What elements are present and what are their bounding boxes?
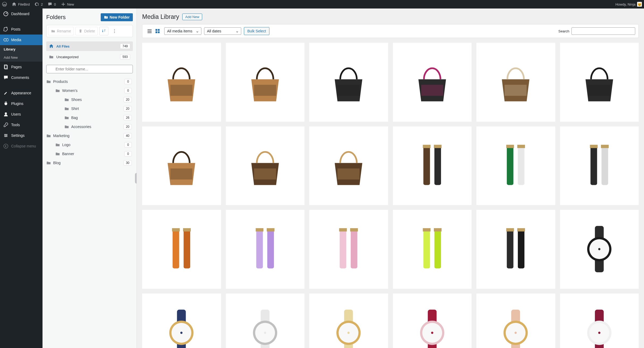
folder-count: 30	[124, 160, 132, 165]
svg-rect-53	[423, 228, 430, 231]
media-tile[interactable]	[393, 126, 472, 205]
media-tile[interactable]	[226, 126, 305, 205]
menu-pages[interactable]: Pages	[0, 62, 43, 72]
media-tile[interactable]	[393, 294, 472, 348]
folder-row[interactable]: Banner0	[46, 149, 133, 158]
folder-label: Bag	[71, 116, 78, 120]
folder-row[interactable]: Blog30	[46, 158, 133, 167]
filter-date-select[interactable]: All dates	[204, 27, 241, 35]
svg-rect-30	[434, 145, 442, 148]
folder-row[interactable]: Logo0	[46, 140, 133, 149]
media-tile[interactable]	[226, 210, 305, 289]
media-tile[interactable]	[560, 294, 639, 348]
submenu-add-new[interactable]: Add New	[0, 53, 43, 62]
menu-media[interactable]: Media	[0, 35, 43, 45]
menu-users[interactable]: Users	[0, 109, 43, 120]
menu-collapse[interactable]: Collapse menu	[0, 141, 43, 151]
menu-appearance[interactable]: Appearance	[0, 88, 43, 98]
media-tile[interactable]	[476, 126, 555, 205]
media-tile[interactable]	[476, 43, 555, 122]
menu-plugins[interactable]: Plugins	[0, 98, 43, 109]
media-tile[interactable]	[309, 210, 388, 289]
folder-label: Logo	[62, 143, 70, 147]
more-button[interactable]	[110, 27, 119, 35]
menu-comments[interactable]: Comments	[0, 72, 43, 83]
comments-link[interactable]: 0	[48, 2, 56, 7]
updates-link[interactable]: 2	[35, 2, 43, 7]
media-tile[interactable]	[476, 210, 555, 289]
site-link[interactable]: FileBird	[12, 2, 30, 7]
filter-all-files[interactable]: All Files 749	[46, 41, 133, 51]
svg-point-6	[5, 134, 6, 135]
media-tile[interactable]	[560, 126, 639, 205]
svg-point-9	[4, 144, 8, 148]
media-tile[interactable]	[476, 294, 555, 348]
filter-uncategorized[interactable]: Uncategorized 593	[46, 52, 133, 62]
add-new-media-button[interactable]: Add New	[182, 14, 202, 20]
svg-rect-50	[350, 228, 358, 231]
wp-logo[interactable]	[2, 2, 7, 7]
bulk-select-button[interactable]: Bulk Select	[244, 27, 269, 35]
folder-row[interactable]: Products0	[46, 77, 133, 86]
list-icon	[147, 28, 152, 34]
menu-settings[interactable]: Settings	[0, 130, 43, 141]
folder-icon	[64, 115, 69, 120]
view-list-button[interactable]	[146, 27, 154, 35]
admin-comments-count: 0	[54, 2, 56, 6]
media-tile[interactable]	[560, 43, 639, 122]
folder-count: 20	[124, 124, 132, 129]
svg-rect-57	[506, 228, 514, 231]
svg-rect-28	[434, 146, 441, 185]
media-tile[interactable]	[393, 43, 472, 122]
folder-icon	[55, 88, 60, 93]
media-tile[interactable]	[142, 126, 221, 205]
media-tile[interactable]	[226, 294, 305, 348]
svg-rect-15	[158, 29, 160, 31]
svg-rect-18	[171, 85, 193, 96]
media-tile[interactable]	[309, 43, 388, 122]
menu-media-submenu: Library Add New	[0, 45, 43, 62]
sort-button[interactable]	[99, 27, 108, 35]
svg-rect-23	[588, 85, 610, 96]
media-tile[interactable]	[226, 43, 305, 122]
folder-label: Blog	[53, 161, 61, 165]
svg-rect-31	[507, 146, 514, 185]
site-name: FileBird	[18, 2, 30, 6]
folder-row[interactable]: Marketing40	[46, 131, 133, 140]
account-link[interactable]: Howdy, Ninja🐱	[615, 2, 642, 7]
media-tile[interactable]	[142, 43, 221, 122]
svg-rect-55	[507, 230, 514, 269]
delete-button[interactable]: Delete	[75, 27, 98, 35]
greeting: Howdy, Ninja	[615, 2, 635, 6]
new-link[interactable]: New	[61, 2, 74, 7]
folder-row[interactable]: Shoes20	[46, 95, 133, 104]
folder-row[interactable]: Bag26	[46, 113, 133, 122]
menu-posts[interactable]: Posts	[0, 24, 43, 35]
svg-point-10	[114, 29, 115, 30]
media-search-input[interactable]	[571, 27, 635, 35]
svg-rect-32	[518, 146, 525, 185]
svg-point-7	[6, 135, 7, 136]
new-folder-button[interactable]: New Folder	[101, 13, 133, 21]
submenu-library[interactable]: Library	[0, 45, 43, 53]
filter-type-select[interactable]: All media items	[164, 27, 201, 35]
folder-row[interactable]: Accessories20	[46, 122, 133, 131]
folder-count: 20	[124, 97, 132, 102]
folder-plus-icon	[104, 15, 108, 19]
media-tile[interactable]	[309, 294, 388, 348]
media-tile[interactable]	[309, 126, 388, 205]
view-grid-button[interactable]	[154, 27, 162, 35]
media-tile[interactable]	[560, 210, 639, 289]
folder-count: 20	[124, 106, 132, 111]
media-tile[interactable]	[142, 294, 221, 348]
folder-row[interactable]: Shirt20	[46, 104, 133, 113]
media-tile[interactable]	[393, 210, 472, 289]
media-main: Media Library Add New All media items Al…	[137, 9, 644, 348]
rename-button[interactable]: Rename	[48, 27, 74, 35]
panel-resize-handle[interactable]	[135, 173, 137, 184]
media-tile[interactable]	[142, 210, 221, 289]
folder-row[interactable]: Women's0	[46, 86, 133, 95]
folder-search-input[interactable]	[46, 65, 133, 73]
menu-tools[interactable]: Tools	[0, 120, 43, 130]
menu-dashboard[interactable]: Dashboard	[0, 9, 43, 19]
